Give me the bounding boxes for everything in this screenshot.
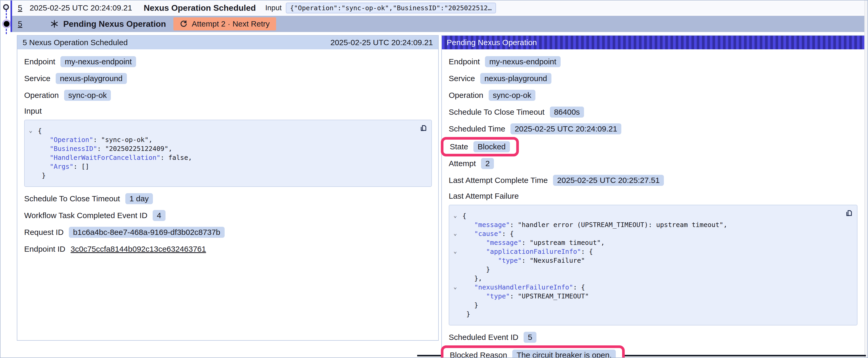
copy-icon[interactable] (845, 209, 853, 217)
json-line-text: { (38, 127, 42, 135)
json-line: } (454, 301, 839, 310)
chevron-spacer (454, 310, 462, 319)
event-history-expanded-view: 5 2025-02-25 UTC 20:24:09.21 Nexus Opera… (0, 0, 868, 358)
json-line-text: "Args": [] (38, 162, 89, 171)
collapse-chevron-icon[interactable]: ⌄ (29, 127, 38, 135)
pending-operation-panel-body: Endpointmy-nexus-endpointServicenexus-pl… (442, 50, 865, 358)
field-label: State (450, 142, 468, 151)
json-viewer: ⌄{ "Operation": "sync-op-ok", "BusinessI… (24, 120, 432, 187)
field-value-badge: The circuit breaker is open. (512, 350, 616, 358)
field-service: Servicenexus-playground (449, 73, 552, 84)
retry-icon (180, 20, 188, 28)
field-state: StateBlocked (441, 137, 519, 156)
json-line: } (454, 310, 839, 319)
chevron-spacer (454, 265, 462, 274)
field-blocked-reason: Blocked ReasonThe circuit breaker is ope… (441, 346, 625, 358)
code-section-input: Input⌄{ "Operation": "sync-op-ok", "Busi… (24, 106, 431, 187)
json-line-text: "cause": { (462, 229, 514, 238)
json-line-text: "HandlerWaitForCancellation": false, (38, 153, 192, 162)
json-line: }, (454, 274, 839, 283)
field-label: Service (24, 74, 51, 83)
json-line: ⌄{ (454, 211, 839, 221)
event-detail-panel-title: 5 Nexus Operation Scheduled (23, 38, 128, 47)
field-request-id: Request IDb1c6a4bc-8ee7-468a-9169-df3b02… (24, 227, 225, 238)
field-value-badge: 4 (153, 210, 165, 221)
scrollbar[interactable] (864, 1, 867, 357)
retry-status-badge: Attempt 2 · Next Retry (174, 17, 276, 30)
chevron-spacer (454, 221, 462, 229)
field-value-badge: 2025-02-25 UTC 20:24:09.21 (510, 123, 621, 134)
code-section-last-attempt-failure: Last Attempt Failure⌄{ "message": "handl… (449, 192, 858, 325)
asterisk-icon (50, 20, 59, 28)
field-value-badge: nexus-playground (56, 73, 127, 84)
field-value-badge: 1 day (125, 193, 153, 204)
pending-operation-panel-title: Pending Nexus Operation (446, 38, 537, 47)
timeline-event-dot (3, 4, 9, 10)
event-detail-panel-header[interactable]: 5 Nexus Operation Scheduled 2025-02-25 U… (17, 36, 438, 50)
pending-operation-row[interactable]: 5 Pending Nexus Operation Attempt 2 · Ne… (12, 16, 864, 32)
field-label: Request ID (24, 228, 64, 237)
event-id-link[interactable]: 5 (18, 3, 22, 12)
json-line-text: "BusinessID": "20250225122409", (38, 144, 172, 153)
field-scheduled-time: Scheduled Time2025-02-25 UTC 20:24:09.21 (449, 123, 621, 134)
pending-operation-panel-header[interactable]: Pending Nexus Operation (442, 36, 865, 50)
field-value-badge: 5 (524, 332, 536, 343)
event-input-preview-badge: {"Operation":"sync-op-ok","BusinessID":"… (286, 3, 496, 13)
field-workflow-task-completed-event-id: Workflow Task Completed Event ID4 (24, 210, 165, 221)
field-value-badge: nexus-playground (480, 73, 552, 84)
event-detail-panel-time: 2025-02-25 UTC 20:24:09.21 (331, 38, 433, 47)
collapse-chevron-icon[interactable]: ⌄ (454, 247, 462, 256)
field-value-badge: b1c6a4bc-8ee7-468a-9169-df3b02c8737b (69, 227, 224, 238)
event-detail-panel: 5 Nexus Operation Scheduled 2025-02-25 U… (17, 35, 439, 341)
collapse-chevron-icon[interactable]: ⌄ (454, 283, 462, 292)
field-schedule-to-close-timeout: Schedule To Close Timeout1 day (24, 193, 153, 204)
json-line: "Operation": "sync-op-ok", (29, 135, 413, 144)
field-label: Workflow Task Completed Event ID (24, 211, 147, 220)
field-attempt: Attempt2 (449, 158, 494, 169)
pending-id-link[interactable]: 5 (18, 20, 22, 28)
timeline-connector (6, 7, 7, 34)
json-line-text: "message": "handler error (UPSTREAM_TIME… (462, 221, 727, 229)
json-line-text: "Operation": "sync-op-ok", (38, 135, 153, 144)
field-value-link[interactable]: 3c0c75ccfa8144b092c13ce632463761 (71, 245, 206, 254)
chevron-spacer (454, 274, 462, 283)
chevron-spacer (29, 171, 38, 180)
chevron-spacer (29, 162, 38, 171)
field-value-badge: sync-op-ok (64, 90, 111, 101)
field-label: Blocked Reason (450, 351, 507, 358)
code-section-label: Input (24, 106, 431, 116)
field-label: Endpoint (449, 57, 480, 66)
json-line-text: "nexusHandlerFailureInfo": { (462, 283, 585, 292)
field-value-badge: Blocked (473, 141, 510, 152)
chevron-spacer (29, 153, 38, 162)
json-line-text: "type": "UPSTREAM_TIMEOUT" (462, 292, 589, 301)
collapse-chevron-icon[interactable]: ⌄ (454, 229, 462, 238)
field-label: Scheduled Event ID (449, 333, 518, 342)
field-value-badge: 2025-02-25 UTC 20:25:27.51 (553, 175, 664, 186)
field-value-badge: sync-op-ok (489, 90, 536, 101)
json-line: "type": "UPSTREAM_TIMEOUT" (454, 292, 839, 301)
event-summary-row[interactable]: 5 2025-02-25 UTC 20:24:09.21 Nexus Opera… (12, 1, 864, 15)
json-line: "HandlerWaitForCancellation": false, (29, 153, 413, 162)
json-line: } (29, 171, 413, 180)
field-endpoint: Endpointmy-nexus-endpoint (24, 56, 136, 67)
pending-operation-panel: Pending Nexus Operation Endpointmy-nexus… (441, 35, 865, 358)
json-line-text: } (462, 301, 478, 310)
copy-icon[interactable] (419, 124, 428, 132)
chevron-spacer (454, 301, 462, 310)
json-line: "message": "handler error (UPSTREAM_TIME… (454, 221, 839, 229)
json-line-text: "message": "upstream timeout", (462, 238, 605, 247)
json-line: ⌄ "cause": { (454, 229, 839, 238)
field-label: Endpoint ID (24, 245, 65, 254)
chevron-spacer (454, 292, 462, 301)
json-viewer: ⌄{ "message": "handler error (UPSTREAM_T… (449, 205, 858, 325)
chevron-spacer (29, 135, 38, 144)
json-line: ⌄ "applicationFailureInfo": { (454, 247, 839, 256)
collapse-chevron-icon[interactable]: ⌄ (454, 211, 462, 221)
event-type-title: Nexus Operation Scheduled (144, 3, 256, 13)
field-label: Schedule To Close Timeout (449, 108, 545, 117)
event-timestamp: 2025-02-25 UTC 20:24:09.21 (30, 3, 132, 12)
json-line-text: }, (462, 274, 482, 283)
json-line: ⌄ "nexusHandlerFailureInfo": { (454, 283, 839, 292)
field-schedule-to-close-timeout: Schedule To Close Timeout86400s (449, 106, 584, 118)
